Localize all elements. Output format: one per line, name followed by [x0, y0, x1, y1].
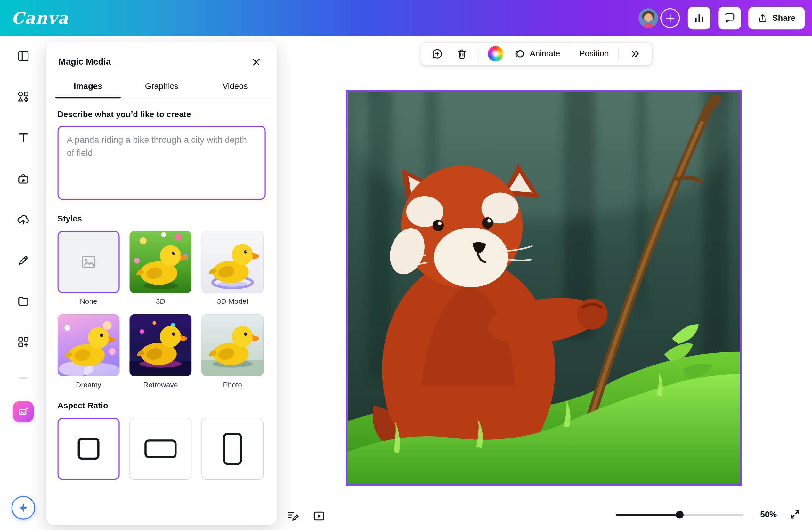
- close-panel-button[interactable]: [249, 55, 263, 69]
- animate-label: Animate: [530, 49, 560, 59]
- portrait-ratio-icon: [223, 433, 242, 465]
- toolbar-divider: [618, 47, 619, 60]
- style-label: Dreamy: [76, 381, 101, 389]
- assistant-button[interactable]: [11, 496, 35, 519]
- toolbar-divider: [570, 47, 570, 60]
- prompt-input[interactable]: [58, 126, 266, 200]
- share-button[interactable]: Share: [748, 6, 804, 29]
- analytics-icon: [693, 12, 705, 24]
- style-thumb-retrowave: [129, 314, 191, 377]
- design-icon: [16, 49, 30, 63]
- sidebar-item-magic-media[interactable]: [13, 401, 34, 422]
- duck-dreamy-thumbnail: [58, 314, 120, 377]
- style-thumb-none: [58, 231, 120, 293]
- style-thumb-photo: [201, 314, 263, 377]
- selected-image[interactable]: [346, 90, 742, 486]
- style-option-dreamy[interactable]: Dreamy: [58, 314, 120, 389]
- style-thumb-dreamy: [58, 314, 120, 377]
- animate-button[interactable]: Animate: [508, 44, 565, 63]
- position-button[interactable]: Position: [574, 44, 614, 63]
- style-label: None: [80, 297, 97, 305]
- red-panda-image: [347, 91, 740, 484]
- tab-images[interactable]: Images: [51, 76, 125, 98]
- apps-icon: [16, 335, 30, 349]
- topbar-actions: Share: [638, 0, 804, 36]
- position-label: Position: [579, 49, 609, 59]
- assistant-sparkle-icon: [17, 501, 29, 514]
- style-label: Retrowave: [143, 381, 178, 389]
- analytics-button[interactable]: [687, 6, 710, 29]
- notes-icon: [286, 509, 300, 522]
- magic-media-icon: [17, 406, 29, 417]
- style-label: 3D Model: [217, 297, 248, 305]
- image-placeholder-icon: [80, 253, 97, 271]
- sidebar-item-design[interactable]: [11, 44, 35, 69]
- zoom-slider-fill: [616, 514, 680, 515]
- duck-retrowave-thumbnail: [129, 314, 191, 377]
- sidebar-item-text[interactable]: [11, 125, 35, 150]
- sidebar-item-uploads[interactable]: [11, 207, 35, 232]
- tab-videos[interactable]: Videos: [198, 76, 272, 98]
- panel-tabs: Images Graphics Videos: [46, 76, 277, 98]
- tab-graphics[interactable]: Graphics: [125, 76, 199, 98]
- notes-button[interactable]: [284, 506, 302, 525]
- style-thumb-3d-model: [201, 231, 263, 293]
- aspect-ratio-grid: [58, 418, 266, 480]
- uploads-icon: [16, 213, 30, 226]
- style-option-3d-model[interactable]: 3D Model: [201, 231, 263, 305]
- image-toolbar: Animate Position: [420, 43, 652, 65]
- square-ratio-icon: [78, 438, 100, 460]
- zoom-slider-knob[interactable]: [676, 511, 683, 518]
- magic-media-panel: Magic Media Images Graphics Videos Descr…: [46, 41, 277, 525]
- delete-button[interactable]: [450, 44, 475, 63]
- animate-icon: [513, 48, 526, 60]
- aspect-option-landscape[interactable]: [129, 418, 191, 480]
- present-button[interactable]: [310, 506, 328, 525]
- comment-icon: [431, 48, 444, 60]
- panel-title: Magic Media: [59, 57, 111, 67]
- duck-photo-thumbnail: [201, 314, 263, 377]
- bottom-left-controls: [284, 506, 328, 525]
- share-label: Share: [772, 13, 795, 23]
- projects-icon: [16, 294, 30, 308]
- duck-3d-model-thumbnail: [201, 231, 263, 293]
- aspect-ratio-label: Aspect Ratio: [58, 401, 266, 410]
- brand-icon: [16, 172, 30, 185]
- landscape-ratio-icon: [144, 439, 176, 458]
- style-option-photo[interactable]: Photo: [201, 314, 263, 389]
- comments-button[interactable]: [718, 6, 741, 29]
- avatar-image: [638, 8, 658, 28]
- style-option-none[interactable]: None: [58, 231, 120, 305]
- sidebar-item-projects[interactable]: [11, 289, 35, 314]
- chat-icon: [723, 12, 736, 24]
- style-thumb-3d: [129, 231, 191, 293]
- avatar[interactable]: [638, 8, 658, 28]
- style-option-3d[interactable]: 3D: [129, 231, 191, 305]
- aspect-option-square[interactable]: [58, 418, 120, 480]
- sidebar-item-apps[interactable]: [11, 330, 35, 355]
- trash-icon: [455, 48, 468, 60]
- style-option-retrowave[interactable]: Retrowave: [129, 314, 191, 389]
- color-picker-button[interactable]: [483, 44, 508, 63]
- sidebar-item-elements[interactable]: [11, 85, 35, 109]
- close-icon: [251, 56, 262, 68]
- panel-body: Describe what you’d like to create Style…: [46, 98, 277, 525]
- zoom-level[interactable]: 50%: [757, 510, 780, 519]
- canva-editor: Canva: [0, 0, 812, 530]
- text-icon: [16, 131, 30, 144]
- canva-logo[interactable]: Canva: [12, 9, 69, 27]
- aspect-option-portrait[interactable]: [201, 418, 263, 480]
- sidebar-item-draw[interactable]: [11, 248, 35, 273]
- fullscreen-button[interactable]: [786, 506, 804, 523]
- zoom-slider[interactable]: [616, 514, 743, 515]
- sidebar: [0, 36, 46, 530]
- describe-label: Describe what you’d like to create: [58, 110, 266, 119]
- styles-grid: None: [58, 231, 266, 388]
- topbar: Canva: [0, 0, 812, 36]
- add-button[interactable]: [660, 8, 679, 28]
- add-comment-button[interactable]: [424, 44, 450, 63]
- sidebar-item-brand[interactable]: [11, 166, 35, 191]
- more-options-button[interactable]: [623, 44, 648, 63]
- panel-header: Magic Media: [46, 41, 277, 76]
- elements-icon: [16, 90, 30, 103]
